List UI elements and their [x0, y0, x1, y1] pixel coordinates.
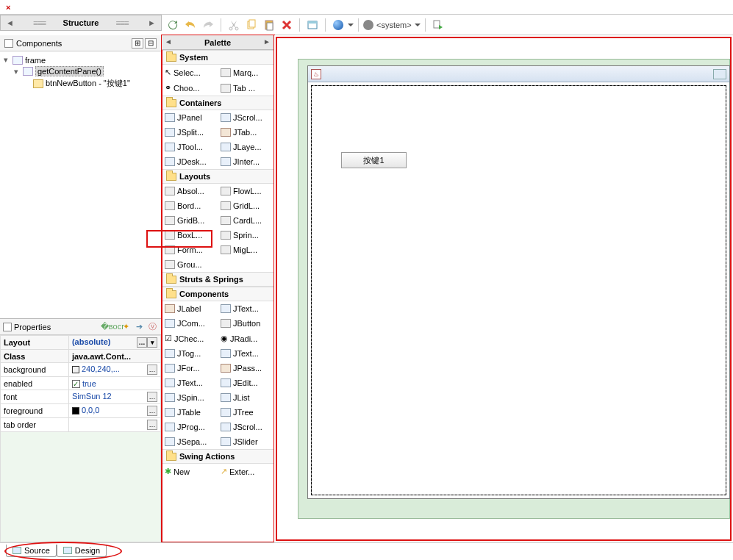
palette-item-jtextarea[interactable]: JText...	[218, 346, 273, 361]
palette-item-jeditorpane[interactable]: JEdit...	[218, 376, 273, 390]
tree-node-contentpane[interactable]: ▾getContentPane()	[1, 65, 160, 77]
palette-item-jdesktoppane[interactable]: JDesk...	[162, 154, 218, 169]
palette-item-jinternalframe[interactable]: JInter...	[218, 154, 273, 169]
palette-category-swingactions[interactable]: Swing Actions	[162, 449, 273, 464]
collapse-all-button[interactable]: ⊟	[145, 38, 157, 49]
palette-item-jlayeredpane[interactable]: JLaye...	[218, 140, 273, 154]
palette-item-newaction[interactable]: ✱New	[162, 464, 218, 479]
dropdown-button[interactable]: ▾	[147, 337, 157, 348]
paste-button[interactable]	[261, 17, 277, 33]
goto-def-button[interactable]: ➔	[133, 321, 145, 333]
palette-item-marquee[interactable]: Marq...	[218, 65, 273, 80]
test-button[interactable]	[304, 17, 321, 33]
palette-item-jslider[interactable]: JSlider	[218, 434, 273, 449]
checkbox-icon[interactable]: ✓	[72, 380, 80, 388]
show-events-button[interactable]: ✦	[120, 321, 132, 333]
goto-button[interactable]	[430, 17, 446, 33]
palette-item-jprogressbar[interactable]: JProg...	[162, 420, 218, 434]
minimize-button[interactable]	[713, 69, 726, 79]
more-button[interactable]: …	[137, 337, 147, 348]
more-button[interactable]: …	[147, 406, 157, 416]
palette-item-jpassword[interactable]: JPass...	[218, 361, 273, 376]
prop-value[interactable]: true	[82, 379, 96, 388]
locale-button[interactable]	[330, 17, 346, 33]
palette-item-boxlayout[interactable]: BoxL...	[162, 228, 218, 243]
palette-scroll[interactable]: System ↖Selec... Marq... ⚭Choo... Tab ..…	[162, 50, 273, 542]
palette-item-jformatted[interactable]: JFor...	[162, 361, 218, 376]
palette-item-cardlayout[interactable]: CardL...	[218, 213, 273, 228]
palette-category-containers[interactable]: Containers	[162, 96, 273, 110]
palette-item-externalaction[interactable]: ↗Exter...	[218, 464, 273, 479]
prop-value[interactable]: (absolute)	[72, 337, 111, 346]
palette-category-components[interactable]: Components	[162, 287, 273, 301]
palette-item-jcheckbox[interactable]: ☑JChec...	[162, 331, 218, 346]
palette-item-borderlayout[interactable]: Bord...	[162, 198, 218, 213]
palette-item-gridbag[interactable]: GridB...	[162, 213, 218, 228]
preview-titlebar[interactable]: ♨	[308, 66, 729, 82]
palette-item-jtoolbar[interactable]: JTool...	[162, 140, 218, 154]
palette-item-jtextfield[interactable]: JText...	[218, 301, 273, 316]
palette-item-jbutton[interactable]: JButton	[218, 316, 273, 331]
palette-item-miglayout[interactable]: MigL...	[218, 243, 273, 257]
properties-table[interactable]: Layout(absolute)▾… Classjava.awt.Cont...…	[0, 335, 161, 432]
palette-item-flowlayout[interactable]: FlowL...	[218, 184, 273, 198]
palette-item-gridlayout[interactable]: GridL...	[218, 198, 273, 213]
preview-frame[interactable]: ♨ 按键1	[307, 65, 730, 499]
prop-value[interactable]: java.awt.Cont...	[72, 352, 131, 361]
palette-item-jtree[interactable]: JTree	[218, 405, 273, 420]
palette-category-system[interactable]: System	[162, 50, 273, 65]
collapse-left-icon[interactable]: ◄	[4, 18, 16, 27]
scroll-left-icon[interactable]: ◄	[165, 37, 172, 46]
more-button[interactable]: …	[147, 420, 157, 430]
palette-item-jpanel[interactable]: JPanel	[162, 110, 218, 125]
palette-item-jscrollbar[interactable]: JScrol...	[218, 420, 273, 434]
palette-item-jtabbedpane[interactable]: JTab...	[218, 125, 273, 140]
palette-item-jlabel[interactable]: JLabel	[162, 301, 218, 316]
palette-item-jtogglebutton[interactable]: JTog...	[162, 346, 218, 361]
palette-item-formlayout[interactable]: Form...	[162, 243, 218, 257]
more-button[interactable]: …	[147, 392, 157, 402]
palette-item-absolutelayout[interactable]: Absol...	[162, 184, 218, 198]
tree-node-button[interactable]: btnNewButton - "按键1"	[1, 77, 160, 90]
palette-category-struts[interactable]: Struts & Springs	[162, 272, 273, 287]
copy-button[interactable]	[243, 17, 260, 33]
palette-item-choose[interactable]: ⚭Choo...	[162, 80, 218, 96]
palette-item-jsplitpane[interactable]: JSplit...	[162, 125, 218, 140]
prop-value[interactable]: 240,240,...	[82, 365, 120, 373]
editor-tab[interactable]: ×	[6, 3, 10, 12]
close-icon[interactable]: ×	[6, 3, 10, 12]
design-canvas[interactable]: ♨ 按键1	[274, 35, 733, 542]
prop-value[interactable]: SimSun 12	[72, 392, 112, 401]
undo-button[interactable]	[182, 17, 199, 33]
palette-item-jlist[interactable]: JList	[218, 390, 273, 405]
delete-button[interactable]	[279, 17, 295, 33]
palette-item-grouplayout[interactable]: Grou...	[162, 257, 273, 272]
palette-item-jseparator[interactable]: JSepa...	[162, 434, 218, 449]
preview-button[interactable]: 按键1	[341, 152, 407, 168]
tab-source[interactable]: Source	[6, 545, 57, 557]
cut-button[interactable]	[226, 17, 242, 33]
palette-item-jscrollpane[interactable]: JScrol...	[218, 110, 273, 125]
prop-value[interactable]: 0,0,0	[82, 406, 99, 414]
palette-item-springlayout[interactable]: Sprin...	[218, 228, 273, 243]
dropdown-icon[interactable]	[348, 22, 354, 28]
preview-contentpane[interactable]: 按键1	[311, 85, 726, 495]
laf-selector[interactable]: <system>	[363, 20, 421, 30]
refresh-button[interactable]	[165, 17, 181, 33]
expand-all-button[interactable]: ⊞	[132, 38, 143, 49]
palette-item-jcombobox[interactable]: JCom...	[162, 316, 218, 331]
scroll-right-icon[interactable]: ►	[263, 37, 271, 46]
more-button[interactable]: …	[147, 365, 157, 375]
palette-item-jradiobutton[interactable]: ◉JRadi...	[218, 331, 273, 346]
show-advanced-button[interactable]: �восг	[107, 321, 118, 333]
component-tree[interactable]: ▾frame ▾getContentPane() btnNewButton - …	[0, 51, 161, 318]
palette-item-jspinner[interactable]: JSpin...	[162, 390, 218, 405]
collapse-right-icon[interactable]: ►	[146, 18, 158, 27]
palette-item-jtable[interactable]: JTable	[162, 405, 218, 420]
redo-button[interactable]	[200, 17, 216, 33]
vars-button[interactable]: ⓥ	[146, 321, 158, 333]
tree-node-frame[interactable]: ▾frame	[1, 54, 160, 65]
tab-design[interactable]: Design	[57, 545, 107, 557]
palette-item-selection[interactable]: ↖Selec...	[162, 65, 218, 80]
palette-category-layouts[interactable]: Layouts	[162, 169, 273, 184]
